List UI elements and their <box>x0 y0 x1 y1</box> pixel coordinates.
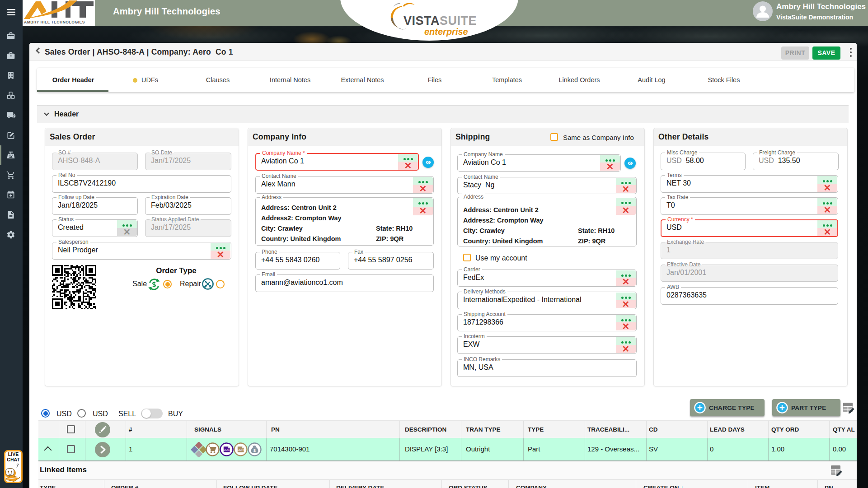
svg-text:AMBRY HILL TECHNOLOGIES: AMBRY HILL TECHNOLOGIES <box>24 20 85 24</box>
svg-text:LOS: LOS <box>224 448 230 451</box>
svg-text:enterprise: enterprise <box>424 27 468 37</box>
svg-text:VISTASUITE: VISTASUITE <box>404 14 477 28</box>
svg-text:LOR: LOR <box>238 448 244 451</box>
svg-text:$: $ <box>253 448 256 453</box>
